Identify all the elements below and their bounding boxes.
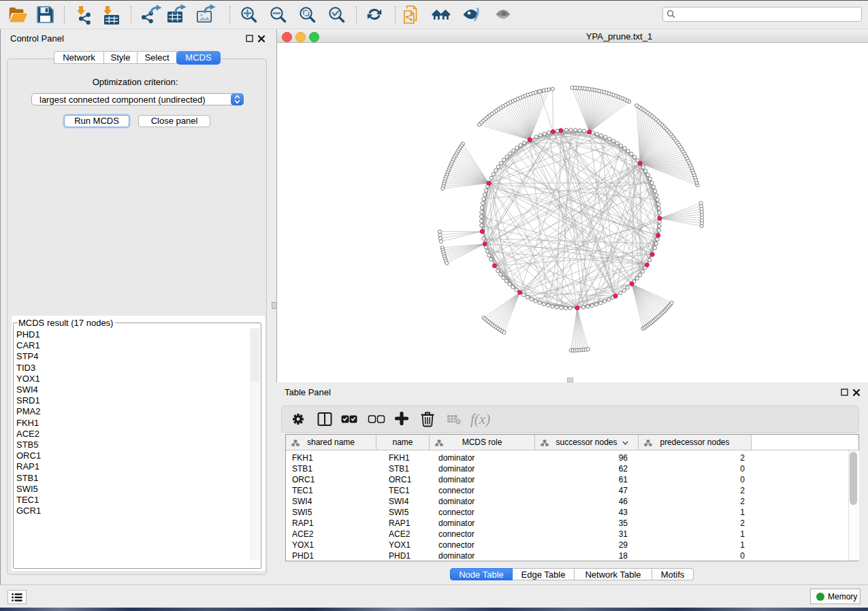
svg-text:f(x): f(x)	[470, 411, 490, 427]
